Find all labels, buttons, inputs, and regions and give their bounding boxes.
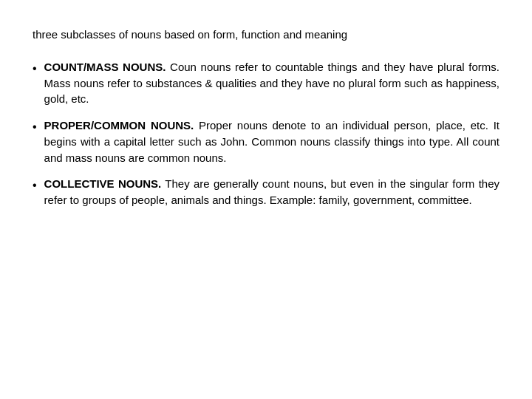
list-item: • COLLECTIVE NOUNS. They are generally c… bbox=[33, 176, 499, 208]
bullet-list: • COUNT/MASS NOUNS. Coun nouns refer to … bbox=[33, 59, 499, 208]
bullet-content-3: COLLECTIVE NOUNS. They are generally cou… bbox=[44, 176, 499, 208]
bullet-dot-1: • bbox=[33, 60, 37, 77]
page: three subclasses of nouns based on form,… bbox=[0, 0, 532, 399]
term-collective: COLLECTIVE NOUNS. bbox=[44, 177, 162, 190]
bullet-dot-3: • bbox=[33, 177, 37, 194]
subtitle: three subclasses of nouns based on form,… bbox=[33, 27, 499, 43]
bullet-content-2: PROPER/COMMON NOUNS. Proper nouns denote… bbox=[44, 117, 499, 166]
term-proper-common: PROPER/COMMON NOUNS. bbox=[44, 119, 194, 132]
bullet-dot-2: • bbox=[33, 118, 37, 135]
list-item: • COUNT/MASS NOUNS. Coun nouns refer to … bbox=[33, 59, 499, 107]
term-count-mass: COUNT/MASS NOUNS. bbox=[44, 61, 166, 73]
bullet-content-1: COUNT/MASS NOUNS. Coun nouns refer to co… bbox=[44, 59, 499, 107]
list-item: • PROPER/COMMON NOUNS. Proper nouns deno… bbox=[33, 117, 499, 166]
